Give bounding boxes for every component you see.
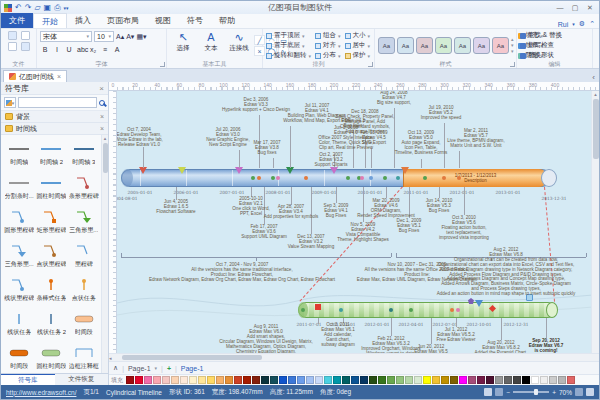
timeline-annotation[interactable]: Mar 20, 2009Edraw V4.6ORM Diagram,Render… [357, 199, 415, 219]
palette-swatch[interactable] [135, 376, 143, 384]
date-label[interactable]: 2011-01-01 [404, 190, 429, 195]
timeline-annotation[interactable]: Oct 3, 2010Edraw V5.6Floating action but… [439, 216, 489, 241]
search-icon[interactable] [99, 100, 105, 106]
milestone-marker[interactable] [442, 176, 446, 180]
font-btn-U[interactable]: U [64, 44, 74, 54]
timeline-annotation[interactable]: Nov 10, 2007 - Dec 31, 2009All the versi… [357, 263, 477, 283]
font-dialog-launcher[interactable] [160, 62, 165, 67]
symbol-item-条棒式任务[interactable]: 条棒式任务 [35, 273, 67, 307]
tab-scroll-left-icon[interactable]: ‹ [592, 73, 599, 82]
timeline-annotation[interactable]: Aug 24, 2008Edraw V4.7Big size support, [377, 91, 411, 106]
tab-视图[interactable]: 视图 [147, 13, 179, 28]
timeline-annotation[interactable]: Aug 9, 2011Edraw Max V6.0Add smart shape… [219, 325, 312, 353]
palette-swatch[interactable] [270, 376, 278, 384]
palette-swatch[interactable] [144, 376, 152, 384]
add-page-button[interactable]: + [167, 365, 171, 372]
redo-icon[interactable]: ↷ [25, 4, 32, 12]
milestone-marker[interactable] [360, 176, 364, 180]
font-btn-≡[interactable]: ≡ [100, 44, 110, 54]
style-swatch[interactable]: Aa [378, 37, 395, 54]
timeline-annotation[interactable]: Jul 19, 2010Edraw V5.2Improved the speed [421, 106, 462, 121]
arrange-保护[interactable]: 保护▾ [345, 51, 371, 60]
symbol-item-矩形里程碑[interactable]: 矩形里程碑 [35, 205, 67, 239]
tab-页面布局[interactable]: 页面布局 [99, 13, 147, 28]
timeline-annotation[interactable]: Oct 7, 2004 - Nov 9, 2007All the version… [149, 263, 335, 283]
symbol-item-边框注释框[interactable]: 边框注释框 [68, 341, 100, 373]
tab-开始[interactable]: 开始 [33, 13, 67, 28]
milestone-marker[interactable] [468, 298, 474, 304]
palette-swatch[interactable] [234, 376, 242, 384]
palette-swatch[interactable] [252, 376, 260, 384]
milestone-marker[interactable] [475, 300, 483, 307]
palette-swatch[interactable] [414, 376, 422, 384]
palette-swatch[interactable] [558, 376, 566, 384]
symbol-item-三角形里...[interactable]: 三角形里... [3, 239, 35, 273]
milestone-marker[interactable] [235, 167, 243, 174]
palette-swatch[interactable] [486, 376, 494, 384]
symbol-item-时间轴 3[interactable]: 时间轴 3 [68, 137, 100, 171]
palette-swatch[interactable] [306, 376, 314, 384]
symbol-item-线状任务[interactable]: 线状任务 [3, 307, 35, 341]
date-label[interactable]: 2012-12-31 [504, 322, 529, 327]
style-dialog-launcher[interactable] [510, 62, 515, 67]
palette-swatch[interactable] [162, 376, 170, 384]
copy-icon[interactable] [8, 42, 17, 51]
timeline-annotation[interactable]: Apr 28, 2007Edraw V3.4Add properties for… [264, 205, 319, 220]
timeline-annotation[interactable]: Jul 20, 2006Edraw V3.0New Graphic Engine… [206, 128, 249, 148]
borders-icon[interactable]: ▦▾ [136, 33, 146, 41]
palette-swatch[interactable] [513, 376, 521, 384]
milestone-marker[interactable] [423, 176, 427, 180]
timeline-annotation[interactable]: Dec 3, 2006Edraw V3.3Hyperlink support +… [222, 98, 290, 113]
milestone-marker[interactable] [456, 308, 460, 312]
paste-icon[interactable] [8, 31, 17, 40]
timeline-annotation[interactable]: Oct 2, 2007Edraw V3.2Support Cliparts [315, 153, 348, 168]
milestone-marker[interactable] [276, 176, 280, 180]
milestone-marker[interactable] [315, 304, 321, 310]
arrange-大小[interactable]: 大小▾ [345, 31, 371, 40]
timeline-annotation[interactable]: Jun 14, 2010Edraw V5.3Bug Fixes [426, 199, 453, 214]
palette-swatch[interactable] [549, 376, 557, 384]
timeline-annotation[interactable]: Sep 20, 2012Edraw Max V6.7is coming!V7.0… [519, 339, 572, 353]
section-close-icon[interactable]: × [100, 113, 104, 120]
style-more-arrows[interactable]: ▴▾▾ [511, 37, 514, 54]
palette-swatch[interactable] [225, 376, 233, 384]
fit-page-icon[interactable] [495, 388, 503, 396]
milestone-marker[interactable] [339, 308, 343, 312]
milestone-marker[interactable] [389, 308, 393, 312]
panel-scrollbar[interactable]: ▴ [101, 135, 108, 373]
timeline-annotation[interactable]: Dec 13, 2007Edraw V3.2Value Stream Mappi… [288, 235, 334, 250]
pagebar-collapse-icon[interactable]: ∧ [113, 364, 118, 372]
format-painter-icon[interactable] [21, 42, 30, 51]
date-label[interactable]: 2006-01-01 [174, 190, 199, 195]
timeline-annotation[interactable]: Feb 17, 2007Edraw V3.6Support UML Diagra… [241, 225, 287, 240]
symbol-item-点状任务[interactable]: 点状任务 [68, 273, 100, 307]
tool-文本[interactable]: A文本 [198, 31, 224, 60]
tab-文件[interactable]: 文件 [1, 13, 33, 28]
palette-swatch[interactable] [351, 376, 359, 384]
font-btn-abc[interactable]: abc [76, 44, 86, 54]
tool-选择[interactable]: ↖选择 [170, 31, 196, 60]
milestone-marker[interactable] [301, 308, 305, 312]
palette-swatch[interactable] [378, 376, 386, 384]
palette-swatch[interactable] [243, 376, 251, 384]
symbol-item-时间轴[interactable]: 时间轴 [3, 137, 35, 171]
timeline-annotation[interactable]: Dec 1, 2009Edraw V5.1Bug Fixes [397, 219, 422, 234]
palette-swatch[interactable] [324, 376, 332, 384]
symbol-item-时间段[interactable]: 时间段 [68, 307, 100, 341]
arrange-dialog-launcher[interactable] [368, 62, 373, 67]
symbol-item-线状里程碑[interactable]: 线状里程碑 [3, 273, 35, 307]
palette-swatch[interactable] [261, 376, 269, 384]
font-btn-I[interactable]: I [52, 44, 62, 54]
tab-插入[interactable]: 插入 [67, 13, 99, 28]
page-tab[interactable]: Page-1 [128, 365, 151, 372]
symbol-item-分割条时...[interactable]: 分割条时... [3, 171, 35, 205]
palette-swatch[interactable] [171, 376, 179, 384]
palette-swatch[interactable] [207, 376, 215, 384]
timeline-annotation[interactable]: Oct 13, 2009Edraw V5.0Auto page Expand,I… [395, 131, 448, 156]
style-swatch[interactable]: Aa [454, 37, 471, 54]
milestone-marker[interactable] [178, 167, 186, 174]
palette-swatch[interactable] [387, 376, 395, 384]
palette-swatch[interactable] [441, 376, 449, 384]
cut-icon[interactable] [21, 31, 30, 40]
symbol-item-圆柱时间轴[interactable]: 圆柱时间轴 [35, 171, 67, 205]
